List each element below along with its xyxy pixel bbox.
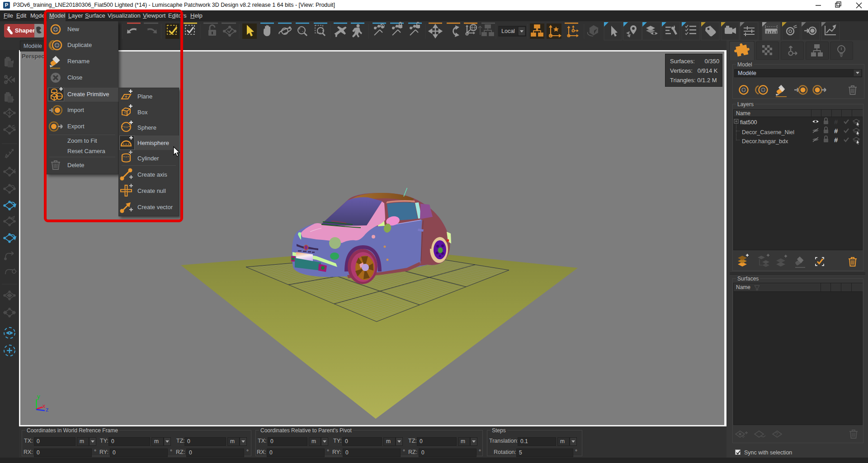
svg-text:Local: Local — [501, 28, 515, 34]
svg-text:#: # — [834, 136, 838, 144]
svg-text:+: + — [298, 27, 301, 31]
svg-text:x: x — [42, 402, 46, 409]
svg-text:?: ? — [775, 431, 778, 437]
svg-text:#: # — [834, 118, 838, 126]
svg-text:-: - — [302, 29, 303, 33]
svg-text:y: y — [37, 393, 40, 400]
svg-text:#: # — [834, 127, 838, 135]
svg-text:z: z — [46, 406, 49, 413]
